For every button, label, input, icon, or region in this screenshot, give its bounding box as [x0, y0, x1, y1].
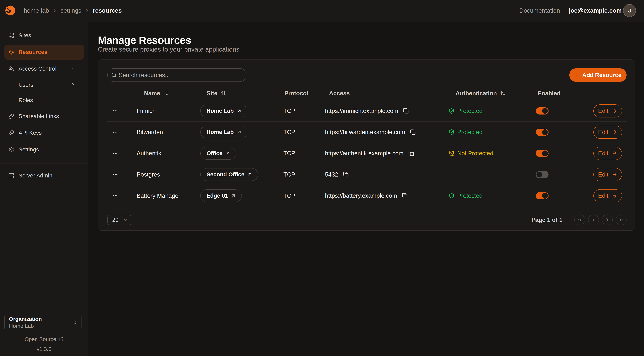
sidebar-item-label: Users [18, 82, 70, 88]
waypoints-icon [8, 50, 14, 55]
breadcrumb-item-resources[interactable]: resources [93, 7, 122, 14]
site-link[interactable]: Edge 01 [200, 190, 242, 202]
arrow-up-right-icon [231, 193, 236, 198]
table-row: Immich Home Lab TCP https://immich.examp… [108, 100, 626, 121]
last-page-button[interactable] [616, 214, 626, 225]
main-content: Manage Resources Create secure proxies t… [88, 22, 644, 356]
pangolin-logo-icon[interactable] [5, 5, 16, 16]
edit-button[interactable]: Edit [594, 189, 622, 202]
row-menu-icon[interactable] [112, 129, 118, 135]
version-label: v1.3.0 [0, 346, 88, 352]
row-menu-icon[interactable] [112, 108, 118, 114]
copy-icon[interactable] [402, 193, 408, 198]
resource-name: Immich [137, 100, 156, 121]
authentication-label: Protected [457, 108, 482, 114]
copy-icon[interactable] [403, 108, 409, 114]
link-icon [8, 114, 14, 119]
authentication-status: Protected [449, 192, 482, 199]
enabled-toggle[interactable] [536, 108, 548, 114]
table-row: Postgres Second Office TCP 5432 - Edit [108, 164, 626, 185]
page-title: Manage Resources [98, 35, 635, 46]
authentication-label: Not Protected [457, 150, 493, 157]
avatar[interactable]: J [623, 4, 636, 17]
edit-button[interactable]: Edit [594, 147, 622, 160]
sidebar-item-roles[interactable]: Roles [4, 93, 84, 107]
chevron-right-icon [52, 8, 57, 13]
chevrons-left-icon [577, 217, 582, 222]
arrow-up-right-icon [226, 151, 230, 156]
edit-label: Edit [598, 150, 608, 157]
page-size-select[interactable]: 20 [108, 215, 132, 225]
table-header: Name Site Protocol Access Authentication [108, 86, 626, 100]
sort-icon [500, 90, 506, 96]
sidebar-item-shareable-links[interactable]: Shareable Links [4, 109, 84, 124]
edit-button[interactable]: Edit [594, 126, 622, 139]
column-label: Access [329, 90, 350, 97]
column-header-site[interactable]: Site [206, 86, 226, 100]
copy-icon[interactable] [343, 172, 349, 177]
sidebar-item-settings[interactable]: Settings [4, 142, 84, 157]
copy-icon[interactable] [408, 150, 414, 156]
resources-table: Name Site Protocol Access Authentication [108, 86, 626, 206]
site-link[interactable]: Home Lab [200, 104, 248, 117]
sidebar-item-label: Roles [18, 97, 80, 104]
next-page-button[interactable] [602, 214, 613, 225]
edit-label: Edit [598, 108, 608, 114]
sort-icon [221, 90, 226, 96]
chevron-down-icon [70, 66, 76, 72]
enabled-toggle[interactable] [536, 171, 548, 178]
enabled-toggle[interactable] [536, 128, 548, 136]
resources-card: Add Resource Name Site Protocol Access [98, 60, 635, 230]
column-header-authentication[interactable]: Authentication [456, 86, 506, 100]
documentation-link[interactable]: Documentation [519, 7, 560, 14]
site-link[interactable]: Office [200, 147, 236, 160]
arrow-up-right-icon [237, 108, 242, 114]
breadcrumb-item-home-lab[interactable]: home-lab [24, 7, 49, 14]
user-email[interactable]: joe@example.com [569, 7, 622, 14]
chevron-right-icon [85, 8, 90, 13]
authentication-label: - [449, 171, 451, 178]
resource-name: Battery Manager [137, 185, 180, 206]
first-page-button[interactable] [574, 214, 585, 225]
edit-button[interactable]: Edit [594, 104, 622, 118]
row-menu-icon[interactable] [112, 150, 118, 156]
sidebar-item-sites[interactable]: Sites [4, 28, 84, 43]
edit-button[interactable]: Edit [594, 168, 622, 181]
resource-name: Bitwarden [137, 122, 163, 142]
site-name: Second Office [206, 171, 244, 178]
gear-icon [8, 147, 14, 152]
site-link[interactable]: Home Lab [200, 126, 248, 138]
sidebar-item-label: API Keys [18, 130, 80, 136]
search-icon [111, 72, 117, 78]
column-header-protocol: Protocol [284, 86, 308, 100]
enabled-toggle[interactable] [536, 150, 548, 157]
previous-page-button[interactable] [588, 214, 599, 225]
open-source-link[interactable]: Open Source [0, 336, 88, 342]
sidebar-item-label: Sites [18, 32, 80, 39]
row-menu-icon[interactable] [112, 172, 118, 178]
sidebar-item-access-control[interactable]: Access Control [4, 61, 84, 76]
breadcrumb-item-settings[interactable]: settings [60, 7, 81, 14]
search-input[interactable] [119, 72, 242, 78]
row-menu-icon[interactable] [112, 193, 118, 199]
resource-protocol: TCP [284, 100, 295, 121]
site-link[interactable]: Second Office [200, 168, 258, 181]
arrow-right-icon [612, 150, 617, 156]
enabled-toggle[interactable] [536, 192, 548, 199]
shield-check-icon [449, 193, 454, 199]
access-value: https://authentik.example.com [325, 150, 404, 157]
add-resource-button[interactable]: Add Resource [569, 68, 626, 82]
toggle-knob [536, 172, 542, 178]
site-name: Home Lab [206, 129, 234, 135]
sidebar-item-resources[interactable]: Resources [4, 44, 84, 60]
users-icon [8, 66, 14, 72]
chevron-down-icon [123, 218, 128, 222]
sidebar-item-server-admin[interactable]: Server Admin [4, 168, 84, 183]
sidebar-item-label: Settings [18, 146, 80, 153]
sidebar-item-users[interactable]: Users [4, 78, 84, 92]
column-header-name[interactable]: Name [144, 86, 169, 100]
organization-select[interactable]: Organization Home Lab [4, 314, 82, 331]
resource-protocol: TCP [284, 185, 295, 206]
sidebar-item-api-keys[interactable]: API Keys [4, 126, 84, 140]
copy-icon[interactable] [410, 129, 416, 135]
